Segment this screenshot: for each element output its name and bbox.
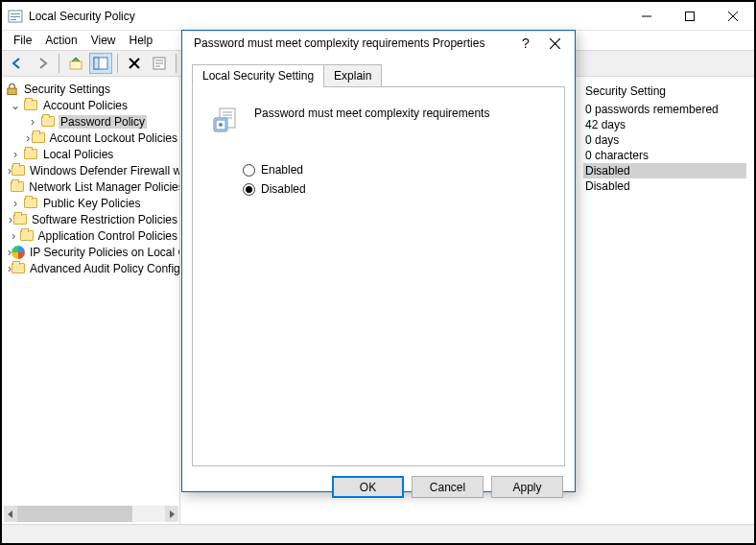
menu-action[interactable]: Action (39, 32, 83, 49)
detail-value[interactable]: Disabled (583, 178, 746, 194)
tree-item-account-policies[interactable]: ⌄ Account Policies (2, 97, 179, 113)
separator (59, 54, 59, 73)
tree-label: Network List Manager Policies (27, 180, 180, 194)
detail-column-header[interactable]: Security Setting (583, 81, 746, 102)
navigation-tree[interactable]: Security Settings ⌄ Account Policies › P… (2, 77, 180, 524)
statusbar (2, 524, 754, 543)
svg-rect-1 (11, 13, 20, 14)
properties-button[interactable] (148, 53, 171, 74)
radio-label: Disabled (261, 182, 306, 196)
detail-value[interactable]: 0 passwords remembered (583, 102, 746, 117)
detail-value[interactable]: 0 days (583, 132, 746, 148)
properties-dialog: Password must meet complexity requiremen… (181, 30, 576, 492)
show-tree-button[interactable] (89, 53, 112, 74)
radio-icon (243, 164, 255, 177)
ok-button[interactable]: OK (332, 476, 404, 498)
folder-icon (32, 130, 45, 146)
policy-name: Password must meet complexity requiremen… (254, 105, 489, 120)
scroll-right-button[interactable] (165, 506, 178, 522)
folder-icon (13, 212, 27, 227)
lock-icon (4, 82, 19, 97)
tab-local-security-setting[interactable]: Local Security Setting (192, 64, 324, 87)
delete-button[interactable] (123, 53, 146, 74)
folder-icon (23, 147, 38, 162)
tree-label: Security Settings (22, 83, 112, 96)
tree-label: Advanced Audit Policy Configuration (28, 262, 180, 275)
expand-icon[interactable]: › (25, 131, 32, 145)
svg-rect-17 (7, 88, 15, 95)
tree-label: IP Security Policies on Local Computer (28, 246, 180, 259)
policy-header: Password must meet complexity requiremen… (208, 101, 549, 160)
tree-item-password-policy[interactable]: › Password Policy (2, 113, 179, 130)
radio-enabled[interactable]: Enabled (208, 160, 549, 179)
radio-disabled[interactable]: Disabled (208, 179, 549, 199)
tab-content: Password must meet complexity requiremen… (192, 86, 565, 466)
tree-horizontal-scrollbar[interactable] (4, 506, 178, 522)
detail-value[interactable]: 42 days (583, 117, 746, 132)
radio-label: Enabled (261, 163, 303, 177)
tree-label: Windows Defender Firewall with Advanced … (28, 164, 180, 178)
policy-icon (210, 105, 241, 135)
detail-value[interactable]: Disabled (583, 163, 746, 178)
tree-label: Local Policies (41, 148, 115, 161)
titlebar: Local Security Policy (2, 2, 754, 31)
tree-item-account-lockout[interactable]: › Account Lockout Policies (2, 130, 179, 146)
dialog-titlebar: Password must meet complexity requiremen… (182, 31, 575, 56)
folder-icon (23, 98, 38, 113)
radio-icon (243, 183, 255, 196)
cancel-button[interactable]: Cancel (412, 476, 484, 498)
folder-icon (23, 196, 38, 211)
detail-value[interactable]: 0 characters (583, 148, 746, 163)
tree-label: Software Restriction Policies (30, 213, 179, 226)
dialog-title: Password must meet complexity requiremen… (194, 36, 511, 50)
expand-icon[interactable]: › (25, 115, 40, 129)
minimize-button[interactable] (625, 2, 668, 30)
tab-strip: Local Security Setting Explain (192, 63, 565, 86)
tree-item-app-control[interactable]: › Application Control Policies (2, 227, 179, 244)
expand-icon[interactable]: › (8, 148, 23, 161)
maximize-button[interactable] (668, 2, 711, 30)
svg-rect-2 (11, 16, 20, 17)
tree-root[interactable]: Security Settings (2, 81, 179, 97)
dialog-buttons: OK Cancel Apply (182, 466, 575, 508)
menu-help[interactable]: Help (124, 32, 159, 49)
apply-button[interactable]: Apply (491, 476, 563, 498)
folder-icon (40, 114, 56, 130)
tree-item-firewall[interactable]: › Windows Defender Firewall with Advance… (2, 162, 179, 178)
svg-rect-3 (11, 19, 16, 20)
expand-icon[interactable]: › (8, 229, 20, 243)
folder-icon (12, 163, 25, 178)
scroll-left-button[interactable] (4, 506, 17, 522)
tree-label: Public Key Policies (41, 197, 142, 210)
close-button[interactable] (540, 31, 569, 56)
tree-item-public-key[interactable]: › Public Key Policies (2, 195, 179, 211)
forward-button[interactable] (31, 53, 54, 74)
tab-explain[interactable]: Explain (323, 64, 382, 87)
detail-list[interactable]: 0 passwords remembered 42 days 0 days 0 … (583, 102, 746, 194)
folder-icon (20, 228, 34, 244)
expand-icon[interactable]: › (8, 197, 23, 210)
tree-item-local-policies[interactable]: › Local Policies (2, 146, 179, 162)
tree-item-network-list[interactable]: Network List Manager Policies (2, 178, 179, 195)
tree-item-audit[interactable]: › Advanced Audit Policy Configuration (2, 260, 179, 276)
svg-rect-8 (70, 61, 82, 69)
separator (117, 54, 118, 73)
tree-item-ipsec[interactable]: › IP Security Policies on Local Computer (2, 244, 179, 260)
svg-point-26 (219, 123, 223, 127)
app-icon (8, 9, 23, 24)
separator (176, 54, 177, 73)
up-button[interactable] (64, 53, 87, 74)
svg-rect-5 (685, 12, 694, 20)
window-close-button[interactable] (711, 2, 754, 30)
menu-file[interactable]: File (8, 32, 37, 49)
back-button[interactable] (6, 53, 29, 74)
scroll-thumb[interactable] (17, 506, 132, 522)
collapse-icon[interactable]: ⌄ (8, 99, 23, 112)
menu-view[interactable]: View (85, 32, 122, 49)
tree-label: Account Policies (41, 99, 130, 112)
svg-rect-10 (94, 58, 99, 69)
tree-item-software-restriction[interactable]: › Software Restriction Policies (2, 211, 179, 227)
help-button[interactable]: ? (511, 31, 540, 56)
folder-icon (11, 179, 24, 195)
dialog-body: Local Security Setting Explain Passwor (182, 56, 575, 466)
